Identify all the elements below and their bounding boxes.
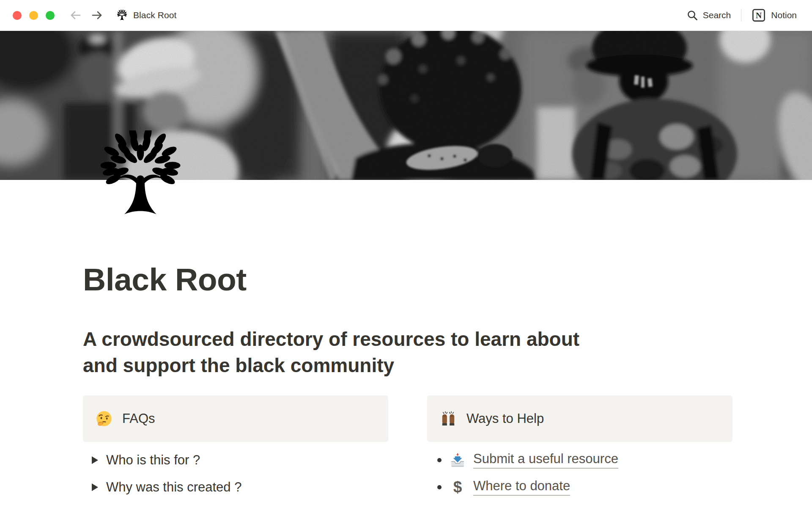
raising-hands-emoji-icon — [440, 410, 457, 427]
topbar-divider — [741, 9, 741, 22]
minimize-window-button[interactable] — [29, 11, 38, 20]
notion-brand-button[interactable]: N Notion — [752, 8, 797, 22]
right-column: Ways to Help — [427, 395, 732, 501]
help-bullet-list: Submit a useful resource $ Where to dona… — [427, 447, 732, 501]
notion-brand-label: Notion — [771, 10, 797, 20]
traffic-lights — [13, 11, 55, 20]
zoom-window-button[interactable] — [46, 11, 55, 20]
inbox-tray-emoji-icon — [450, 452, 466, 468]
history-nav — [69, 10, 104, 21]
list-item-where-to-donate: $ Where to donate — [427, 474, 732, 501]
page-subtitle: A crowdsourced directory of resources to… — [83, 326, 582, 379]
page-icon-tree[interactable] — [95, 130, 186, 222]
ways-to-help-callout: Ways to Help — [427, 395, 732, 442]
svg-text:N: N — [756, 11, 762, 20]
submit-resource-link[interactable]: Submit a useful resource — [473, 451, 618, 469]
search-icon — [687, 10, 698, 21]
toggle-who-is-this-for[interactable]: Who is this for ? — [83, 447, 388, 474]
tree-page-icon-small — [116, 10, 128, 21]
toggle-why-was-this-created[interactable]: Why was this created ? — [83, 474, 388, 501]
heavy-dollar-sign-icon: $ — [453, 479, 462, 495]
faqs-callout-label: FAQs — [122, 411, 155, 426]
left-column: FAQs Who is this for ? Why was this crea… — [83, 395, 388, 501]
toggle-triangle-icon[interactable] — [92, 483, 98, 491]
breadcrumb[interactable]: Black Root — [116, 10, 177, 21]
search-label: Search — [703, 10, 731, 20]
where-to-donate-link[interactable]: Where to donate — [473, 478, 570, 496]
faq-toggle-list: Who is this for ? Why was this created ? — [83, 447, 388, 501]
page-content: Black Root A crowdsourced directory of r… — [0, 180, 812, 501]
toggle-triangle-icon[interactable] — [92, 456, 98, 464]
list-item-submit-resource: Submit a useful resource — [427, 447, 732, 474]
ways-to-help-callout-label: Ways to Help — [466, 411, 544, 426]
back-arrow-icon[interactable] — [69, 10, 82, 21]
notion-logo-icon: N — [752, 8, 766, 22]
search-button[interactable]: Search — [687, 10, 731, 21]
topbar-right: Search N Notion — [687, 8, 797, 22]
bullet-dot — [437, 458, 442, 462]
breadcrumb-page-title: Black Root — [133, 10, 177, 20]
forward-arrow-icon[interactable] — [91, 10, 104, 21]
notion-window: Black Root Search N Notion — [0, 0, 812, 508]
window-topbar: Black Root Search N Notion — [0, 0, 812, 31]
bullet-dot — [437, 485, 442, 489]
two-column-layout: FAQs Who is this for ? Why was this crea… — [83, 395, 732, 501]
close-window-button[interactable] — [13, 11, 22, 20]
thinking-face-emoji-icon — [96, 410, 112, 427]
faqs-callout: FAQs — [83, 395, 388, 442]
